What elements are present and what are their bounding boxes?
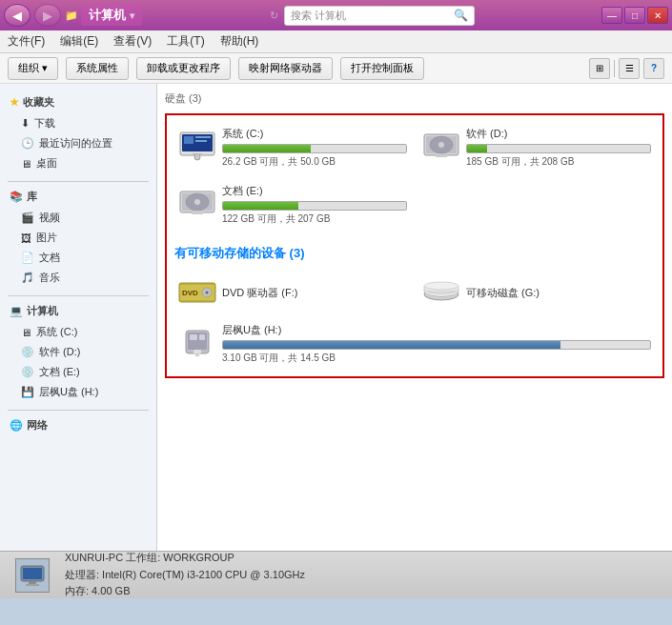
download-icon: ⬇ — [21, 117, 30, 130]
drive-e-icon: 💿 — [21, 366, 34, 378]
back-button[interactable]: ◀ — [4, 4, 31, 27]
svg-rect-3 — [195, 136, 211, 138]
svg-rect-6 — [193, 153, 202, 155]
drive-grid: 系统 (C:) 26.2 GB 可用，共 50.0 GB — [165, 113, 664, 378]
view-list-button[interactable]: ☰ — [619, 58, 640, 79]
dvd-info: DVD 驱动器 (F:) — [222, 286, 407, 300]
sidebar-item-h[interactable]: 💾 层枫U盘 (H:) — [0, 382, 156, 402]
close-button[interactable]: ✕ — [647, 7, 668, 24]
sidebar-item-picture[interactable]: 🖼 图片 — [0, 228, 156, 248]
sidebar-library-header[interactable]: 📚 库 — [0, 186, 156, 208]
uninstall-button[interactable]: 卸载或更改程序 — [136, 57, 231, 80]
svg-point-16 — [194, 199, 200, 205]
organize-button[interactable]: 组织 ▾ — [8, 57, 58, 80]
titlebar: ◀ ▶ 📁 计算机 ▾ ↻ 搜索 计算机 🔍 — □ ✕ — [0, 0, 672, 30]
sidebar-item-c[interactable]: 🖥 系统 (C:) — [0, 322, 156, 342]
drive-d-size: 185 GB 可用，共 208 GB — [466, 155, 651, 169]
dvd-image: DVD DVD — [178, 273, 216, 312]
sidebar-divider-2 — [8, 295, 149, 296]
refresh-icon[interactable]: ↻ — [270, 10, 278, 22]
dvd-name: DVD 驱动器 (F:) — [222, 286, 407, 300]
address-dropdown[interactable]: ▾ — [130, 10, 134, 21]
picture-icon: 🖼 — [21, 232, 31, 244]
sidebar-favorites-header[interactable]: ★ 收藏夹 — [0, 91, 156, 113]
window-controls: — □ ✕ — [601, 7, 668, 24]
computer-label: 计算机 — [27, 304, 58, 318]
drive-c-item[interactable]: 系统 (C:) 26.2 GB 可用，共 50.0 GB — [174, 123, 411, 172]
drive-d-name: 软件 (D:) — [466, 127, 651, 141]
drive-d-bar-wrap — [466, 144, 651, 153]
search-icon[interactable]: 🔍 — [454, 9, 468, 22]
sidebar-library-section: 📚 库 🎬 视频 🖼 图片 📄 文档 🎵 音乐 — [0, 186, 156, 288]
recent-label: 最近访问的位置 — [39, 136, 112, 151]
svg-text:DVD: DVD — [182, 289, 198, 297]
search-box[interactable]: 搜索 计算机 🔍 — [284, 6, 475, 26]
music-label: 音乐 — [39, 271, 60, 285]
udisk-bar-wrap — [222, 340, 651, 350]
drive-e-label: 文档 (E:) — [39, 365, 80, 379]
status-machine: XUNRUI-PC 工作组: WORKGROUP — [65, 550, 305, 567]
status-ram: 内存: 4.00 GB — [65, 583, 305, 600]
maximize-button[interactable]: □ — [624, 7, 645, 24]
drive-c-size: 26.2 GB 可用，共 50.0 GB — [222, 155, 407, 169]
svg-rect-34 — [190, 334, 197, 340]
sidebar-item-recent[interactable]: 🕒 最近访问的位置 — [0, 133, 156, 153]
view-toggle-button[interactable]: ⊞ — [589, 58, 610, 79]
menu-help[interactable]: 帮助(H) — [220, 33, 259, 50]
address-bar[interactable]: 计算机 ▾ — [81, 5, 142, 26]
drive-e-item[interactable]: 文档 (E:) 122 GB 可用，共 207 GB — [174, 180, 411, 230]
sidebar-item-e[interactable]: 💿 文档 (E:) — [0, 362, 156, 382]
menu-view[interactable]: 查看(V) — [113, 33, 152, 50]
svg-rect-4 — [195, 140, 207, 142]
udisk-item[interactable]: 层枫U盘 (H:) 3.10 GB 可用，共 14.5 GB — [174, 319, 655, 369]
forward-button[interactable]: ▶ — [34, 4, 61, 27]
udisk-name: 层枫U盘 (H:) — [222, 323, 651, 337]
sidebar-favorites-section: ★ 收藏夹 ⬇ 下载 🕒 最近访问的位置 🖥 桌面 — [0, 91, 156, 173]
drive-d-image — [422, 127, 460, 165]
removable-grid: DVD DVD DVD 驱动器 (F:) — [174, 270, 655, 315]
search-label: 搜索 计算机 — [291, 9, 346, 23]
menu-file[interactable]: 文件(F) — [8, 33, 45, 50]
minimize-button[interactable]: — — [601, 7, 622, 24]
video-label: 视频 — [39, 211, 60, 225]
dvd-item[interactable]: DVD DVD DVD 驱动器 (F:) — [174, 270, 411, 315]
removable-title: 有可移动存储的设备 (3) — [174, 243, 655, 264]
sidebar-item-desktop[interactable]: 🖥 桌面 — [0, 153, 156, 173]
drive-c-name: 系统 (C:) — [222, 127, 407, 141]
network-label: 网络 — [27, 418, 48, 433]
control-panel-button[interactable]: 打开控制面板 — [340, 57, 424, 80]
svg-rect-39 — [23, 568, 42, 579]
udisk-image — [178, 323, 216, 361]
address-icon: 📁 — [65, 10, 78, 22]
drive-d-item[interactable]: 软件 (D:) 185 GB 可用，共 208 GB — [418, 123, 655, 172]
sidebar-item-document[interactable]: 📄 文档 — [0, 248, 156, 268]
svg-rect-2 — [184, 136, 193, 144]
map-drive-button[interactable]: 映射网络驱动器 — [238, 57, 333, 80]
picture-label: 图片 — [36, 231, 57, 245]
sidebar-item-music[interactable]: 🎵 音乐 — [0, 268, 156, 288]
toolbar-divider — [614, 60, 615, 77]
video-icon: 🎬 — [21, 212, 34, 224]
drive-e-bar — [223, 202, 298, 210]
menu-tools[interactable]: 工具(T) — [167, 33, 204, 50]
search-area: ↻ 搜索 计算机 🔍 — [270, 6, 475, 26]
drive-e-info: 文档 (E:) 122 GB 可用，共 207 GB — [222, 184, 407, 226]
computer-icon: 💻 — [10, 305, 23, 317]
toolbar: 组织 ▾ 系统属性 卸载或更改程序 映射网络驱动器 打开控制面板 ⊞ ☰ ? — [0, 53, 672, 84]
drive-e-bar-wrap — [222, 201, 407, 211]
svg-rect-35 — [199, 334, 205, 340]
address-path: 计算机 — [89, 7, 126, 24]
menu-edit[interactable]: 编辑(E) — [60, 33, 98, 50]
sidebar-item-video[interactable]: 🎬 视频 — [0, 208, 156, 228]
status-text-block: XUNRUI-PC 工作组: WORKGROUP 处理器: Intel(R) C… — [65, 550, 305, 600]
sidebar-item-download[interactable]: ⬇ 下载 — [0, 113, 156, 133]
system-properties-button[interactable]: 系统属性 — [66, 57, 129, 80]
network-icon: 🌐 — [10, 419, 23, 432]
sidebar-computer-header[interactable]: 💻 计算机 — [0, 300, 156, 322]
sidebar-item-d[interactable]: 💿 软件 (D:) — [0, 342, 156, 362]
svg-rect-36 — [193, 350, 201, 353]
help-button[interactable]: ? — [643, 58, 664, 79]
removable-g-item[interactable]: 可移动磁盘 (G:) — [418, 270, 655, 315]
svg-rect-41 — [26, 584, 39, 586]
sidebar-network-header[interactable]: 🌐 网络 — [0, 414, 156, 436]
